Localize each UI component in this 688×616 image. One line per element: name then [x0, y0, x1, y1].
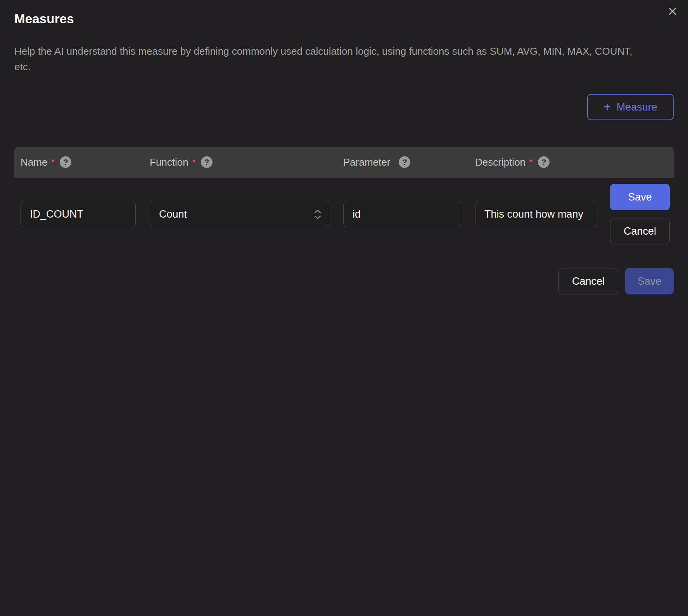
footer-cancel-button[interactable]: Cancel: [558, 268, 618, 294]
add-measure-label: Measure: [617, 101, 657, 113]
close-icon[interactable]: ×: [664, 2, 681, 19]
measures-modal: × Measures Help the AI understand this m…: [0, 0, 688, 616]
function-select[interactable]: Count: [150, 201, 329, 227]
description-input[interactable]: [475, 201, 596, 227]
plus-icon: +: [603, 100, 611, 113]
measures-table: Name * ? Function * ? Parameter ? Descri…: [14, 147, 674, 251]
row-actions: Save Cancel: [610, 184, 670, 244]
measure-name-input[interactable]: [21, 201, 136, 227]
column-header-function: Function * ?: [150, 156, 329, 168]
column-header-parameter: Parameter ?: [343, 156, 461, 168]
function-select-value: Count: [159, 208, 187, 220]
column-header-name: Name * ?: [21, 156, 136, 168]
help-icon[interactable]: ?: [60, 156, 71, 168]
add-measure-button[interactable]: + Measure: [587, 94, 674, 120]
column-header-description: Description * ?: [475, 156, 596, 168]
footer-save-button[interactable]: Save: [625, 268, 674, 294]
measure-row: Count Save Cancel: [14, 178, 674, 251]
help-icon[interactable]: ?: [399, 156, 410, 168]
modal-footer: Cancel Save: [14, 268, 674, 294]
help-icon[interactable]: ?: [538, 156, 550, 168]
required-asterisk: *: [529, 156, 533, 168]
required-asterisk: *: [51, 156, 55, 168]
row-cancel-button[interactable]: Cancel: [610, 218, 670, 244]
row-save-button[interactable]: Save: [610, 184, 670, 210]
table-header-row: Name * ? Function * ? Parameter ? Descri…: [14, 147, 674, 178]
parameter-input[interactable]: [343, 201, 461, 227]
select-chevron-icon: [314, 209, 321, 219]
column-label: Parameter: [343, 156, 390, 168]
column-label: Function: [150, 156, 188, 168]
required-asterisk: *: [192, 156, 196, 168]
column-label: Description: [475, 156, 526, 168]
toolbar: + Measure: [14, 94, 674, 120]
help-icon[interactable]: ?: [201, 156, 213, 168]
page-title: Measures: [14, 0, 674, 26]
column-label: Name: [21, 156, 47, 168]
modal-description: Help the AI understand this measure by d…: [14, 43, 645, 74]
